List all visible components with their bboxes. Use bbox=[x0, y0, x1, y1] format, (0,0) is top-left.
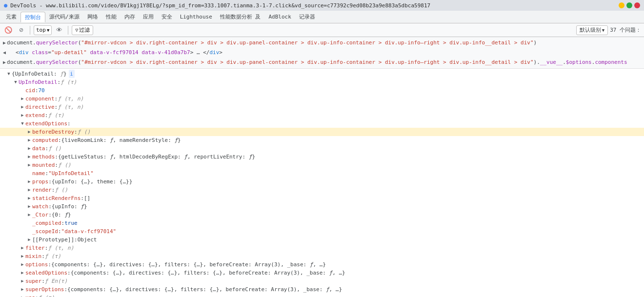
tab-application[interactable]: 应用 bbox=[139, 12, 158, 22]
filter-funnel-icon: ▽ bbox=[75, 27, 78, 33]
tab-console-label: 控制台 bbox=[25, 14, 41, 21]
tab-performance-insights-label: 性能数据分析 及 bbox=[220, 13, 261, 20]
expand-sealedoptions-icon[interactable]: ▶ bbox=[20, 270, 25, 276]
tab-performance-insights[interactable]: 性能数据分析 及 bbox=[216, 12, 265, 22]
val-scopeid: "data-v-fcf97014" bbox=[61, 227, 117, 236]
expand-mounted-icon[interactable]: ▶ bbox=[26, 162, 32, 168]
expand-watch-icon[interactable]: ▶ bbox=[26, 204, 32, 210]
tree-row-beforedestroy: ▶ beforeDestroy: ƒ () bbox=[0, 128, 644, 136]
scope-dropdown-icon: ▼ bbox=[47, 28, 49, 33]
eye-button[interactable]: 👁 bbox=[54, 25, 64, 36]
expand-extendoptions-icon[interactable]: ▼ bbox=[20, 121, 25, 127]
expand-render-icon[interactable]: ▶ bbox=[26, 187, 32, 193]
expand-upinfodetail-icon[interactable]: ▼ bbox=[13, 79, 19, 85]
expand-beforedestroy-icon[interactable]: ▶ bbox=[26, 129, 32, 135]
key-mixin: mixin bbox=[25, 252, 41, 260]
tab-elements-label: 元素 bbox=[6, 13, 17, 20]
filter-input[interactable]: ▽ 过滤 bbox=[72, 25, 93, 35]
expand-filter-icon[interactable]: ▶ bbox=[20, 245, 25, 251]
eye-icon: 👁 bbox=[56, 26, 62, 34]
val-computed: {liveRoomLink: ƒ, nameRenderStyle: ƒ} bbox=[61, 136, 181, 144]
key-directive: directive bbox=[25, 103, 55, 111]
tree-row-use: ▶ use: ƒ (τ) bbox=[0, 294, 644, 297]
tree-row-scopeid: _scopeId: "data-v-fcf97014" bbox=[0, 227, 644, 236]
tab-security[interactable]: 安全 bbox=[158, 12, 176, 22]
tab-performance[interactable]: 性能 bbox=[102, 12, 121, 22]
val-methods: {getLiveStatus: ƒ, htmlDecodeByRegExp: ƒ… bbox=[58, 153, 255, 161]
tree-row-compiled: _compiled: true bbox=[0, 219, 644, 227]
maximize-button[interactable] bbox=[626, 2, 632, 8]
sep-upinfodetail: : bbox=[57, 78, 60, 86]
tab-application-label: 应用 bbox=[143, 13, 154, 20]
expand-root-icon[interactable]: ▼ bbox=[6, 71, 12, 77]
tree-row-filter: ▶ filter: ƒ (τ, n) bbox=[0, 244, 644, 252]
key-compiled: _compiled bbox=[32, 219, 61, 227]
breadcrumb-row-2: ◀ <div class="up-detail" data-v-fcf97014… bbox=[3, 48, 641, 58]
key-options: options bbox=[25, 260, 48, 269]
expand-methods-icon[interactable]: ▶ bbox=[26, 154, 32, 160]
val-name: "UpInfoDetail" bbox=[48, 169, 94, 178]
log-level-dropdown[interactable]: 默认级别 ▼ bbox=[576, 25, 608, 35]
tab-network[interactable]: 网络 bbox=[83, 12, 102, 22]
tab-adblock[interactable]: AdBlock bbox=[264, 12, 295, 22]
key-beforedestroy: beforeDestroy bbox=[32, 128, 74, 136]
arrow-right-icon-1: ▶ bbox=[3, 39, 6, 47]
val-use: ƒ (τ) bbox=[39, 294, 55, 297]
val-component: ƒ (τ, n) bbox=[58, 95, 83, 103]
breadcrumb-code-1: document.querySelector("#mirror-vdcon > … bbox=[7, 39, 537, 47]
key-cid: cid bbox=[25, 86, 35, 95]
val-beforedestroy: ƒ () bbox=[78, 128, 91, 136]
key-filter: filter bbox=[25, 244, 45, 252]
tab-console[interactable]: 控制台 bbox=[20, 12, 45, 22]
tree-root-label: {UpInfoDetail: ƒ} bbox=[12, 70, 67, 78]
val-superoptions: {components: {…}, directives: {…}, filte… bbox=[67, 285, 342, 294]
expand-computed-icon[interactable]: ▶ bbox=[26, 138, 32, 143]
val-options: {components: {…}, directives: {…}, filte… bbox=[51, 260, 326, 269]
val-data: ƒ () bbox=[48, 144, 61, 153]
expand-ctor-icon[interactable]: ▶ bbox=[26, 212, 32, 218]
toolbar: 🚫 ⊘ top ▼ 👁 ▽ 过滤 默认级别 ▼ 37 个问题： bbox=[0, 23, 644, 37]
tree-row-component: ▶ component: ƒ (τ, n) bbox=[0, 95, 644, 103]
close-button[interactable] bbox=[634, 2, 640, 8]
filter-label: 过滤 bbox=[79, 26, 90, 34]
expand-superoptions-icon[interactable]: ▶ bbox=[20, 287, 25, 293]
key-render: render bbox=[32, 186, 52, 194]
val-sealedoptions: {components: {…}, directives: {…}, filte… bbox=[71, 269, 345, 277]
expand-directive-icon[interactable]: ▶ bbox=[20, 104, 25, 110]
key-prototype: [[Prototype]] bbox=[32, 236, 74, 244]
key-computed: computed bbox=[32, 136, 58, 144]
main-content: ▼ {UpInfoDetail: ƒ} i ▼ UpInfoDetail: ƒ … bbox=[0, 69, 644, 297]
val-ctor: {0: ƒ} bbox=[52, 211, 71, 219]
expand-prototype-icon[interactable]: ▶ bbox=[26, 237, 32, 243]
clear-console-button[interactable]: 🚫 bbox=[3, 25, 14, 36]
expand-options-icon[interactable]: ▶ bbox=[20, 262, 25, 268]
val-mixin: ƒ (τ) bbox=[45, 252, 61, 260]
expand-super-icon[interactable]: ▶ bbox=[20, 278, 25, 284]
expand-mixin-icon[interactable]: ▶ bbox=[20, 254, 25, 259]
expand-data-icon[interactable]: ▶ bbox=[26, 146, 32, 152]
key-methods: methods bbox=[32, 153, 55, 161]
tree-row-sealedoptions: ▶ sealedOptions: {components: {…}, direc… bbox=[0, 269, 644, 277]
filter-toggle-button[interactable]: ⊘ bbox=[16, 25, 26, 36]
expand-component-icon[interactable]: ▶ bbox=[20, 96, 25, 102]
tree-row-data: ▶ data: ƒ () bbox=[0, 144, 644, 153]
tab-sources[interactable]: 源代码/来源 bbox=[45, 12, 83, 22]
val-prototype: Object bbox=[78, 236, 97, 244]
tab-lighthouse[interactable]: Lighthouse bbox=[176, 12, 216, 22]
tree-row-render: ▶ render: ƒ () bbox=[0, 186, 644, 194]
tree-row-cid: cid: 70 bbox=[0, 86, 644, 95]
expand-use-icon[interactable]: ▶ bbox=[20, 295, 25, 297]
tree-row-watch: ▶ watch: {upInfo: ƒ} bbox=[0, 202, 644, 211]
expand-props-icon[interactable]: ▶ bbox=[26, 179, 32, 185]
minimize-button[interactable] bbox=[619, 2, 624, 8]
tab-memory[interactable]: 内存 bbox=[121, 12, 139, 22]
val-watch: {upInfo: ƒ} bbox=[52, 202, 87, 211]
tab-recorder[interactable]: 记录器 bbox=[295, 12, 319, 22]
info-badge: i bbox=[69, 70, 75, 78]
arrow-left-icon: ◀ bbox=[3, 48, 6, 57]
scope-selector[interactable]: top ▼ bbox=[34, 25, 52, 35]
tab-elements[interactable]: 元素 bbox=[2, 12, 20, 22]
expand-extend-icon[interactable]: ▶ bbox=[20, 113, 25, 119]
expand-staticrenderfns-icon[interactable]: ▶ bbox=[26, 196, 32, 201]
tab-recorder-label: 记录器 bbox=[299, 13, 315, 20]
